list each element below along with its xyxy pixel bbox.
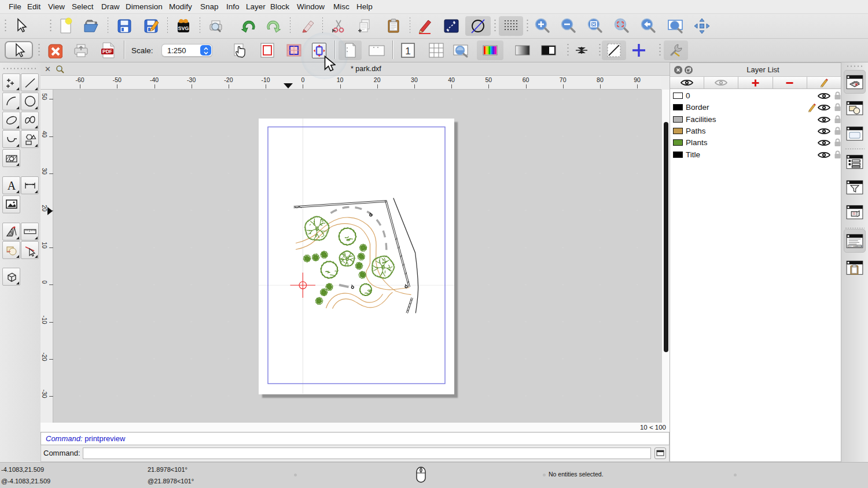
svg-text:PDF: PDF: [102, 49, 112, 54]
svg-text:1: 1: [405, 46, 410, 57]
svg-text:SVG: SVG: [178, 25, 189, 31]
svg-text:A: A: [7, 179, 16, 192]
svg-text:c: command: c: command: [849, 245, 862, 247]
